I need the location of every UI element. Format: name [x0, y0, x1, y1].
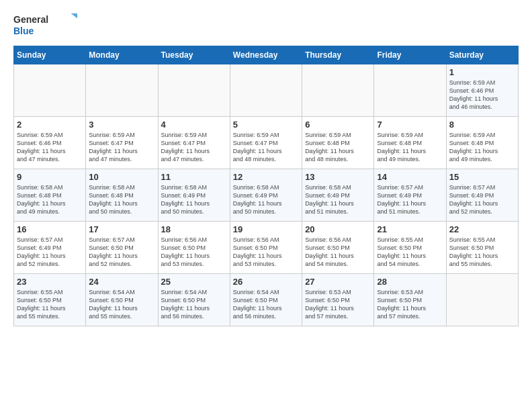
day-header-thursday: Thursday [302, 46, 374, 64]
day-number: 12 [233, 172, 299, 182]
day-cell: 8Sunrise: 6:59 AM Sunset: 6:48 PM Daylig… [446, 117, 518, 169]
day-number: 11 [161, 172, 227, 182]
day-info: Sunrise: 6:53 AM Sunset: 6:50 PM Dayligh… [305, 288, 371, 321]
day-info: Sunrise: 6:56 AM Sunset: 6:50 PM Dayligh… [305, 236, 371, 269]
day-cell: 3Sunrise: 6:59 AM Sunset: 6:47 PM Daylig… [86, 117, 158, 169]
day-info: Sunrise: 6:59 AM Sunset: 6:46 PM Dayligh… [449, 79, 515, 111]
day-info: Sunrise: 6:57 AM Sunset: 6:49 PM Dayligh… [17, 236, 83, 269]
day-header-sunday: Sunday [14, 46, 86, 64]
day-info: Sunrise: 6:56 AM Sunset: 6:50 PM Dayligh… [161, 236, 227, 269]
day-cell: 28Sunrise: 6:53 AM Sunset: 6:50 PM Dayli… [374, 274, 446, 326]
day-cell: 21Sunrise: 6:55 AM Sunset: 6:50 PM Dayli… [374, 222, 446, 274]
day-cell: 27Sunrise: 6:53 AM Sunset: 6:50 PM Dayli… [302, 274, 374, 326]
day-number: 14 [377, 172, 443, 182]
day-cell: 26Sunrise: 6:54 AM Sunset: 6:50 PM Dayli… [230, 274, 302, 326]
logo-svg: General Blue [13, 11, 81, 39]
day-info: Sunrise: 6:59 AM Sunset: 6:47 PM Dayligh… [233, 131, 299, 164]
day-info: Sunrise: 6:58 AM Sunset: 6:49 PM Dayligh… [233, 183, 299, 216]
week-row-0: 1Sunrise: 6:59 AM Sunset: 6:46 PM Daylig… [14, 64, 519, 117]
week-row-2: 9Sunrise: 6:58 AM Sunset: 6:48 PM Daylig… [14, 169, 519, 222]
day-number: 15 [449, 172, 515, 182]
day-number: 6 [305, 120, 371, 130]
day-info: Sunrise: 6:57 AM Sunset: 6:49 PM Dayligh… [377, 183, 443, 216]
day-cell [374, 64, 446, 117]
day-header-wednesday: Wednesday [230, 46, 302, 64]
day-cell: 5Sunrise: 6:59 AM Sunset: 6:47 PM Daylig… [230, 117, 302, 169]
day-number: 21 [377, 224, 443, 234]
day-cell: 24Sunrise: 6:54 AM Sunset: 6:50 PM Dayli… [86, 274, 158, 326]
day-number: 4 [161, 120, 227, 130]
day-info: Sunrise: 6:58 AM Sunset: 6:49 PM Dayligh… [305, 183, 371, 216]
week-row-3: 16Sunrise: 6:57 AM Sunset: 6:49 PM Dayli… [14, 222, 519, 274]
day-cell: 17Sunrise: 6:57 AM Sunset: 6:50 PM Dayli… [86, 222, 158, 274]
day-info: Sunrise: 6:59 AM Sunset: 6:47 PM Dayligh… [161, 131, 227, 164]
day-number: 17 [89, 224, 154, 234]
day-cell: 20Sunrise: 6:56 AM Sunset: 6:50 PM Dayli… [302, 222, 374, 274]
day-info: Sunrise: 6:59 AM Sunset: 6:48 PM Dayligh… [449, 131, 515, 164]
day-cell: 2Sunrise: 6:59 AM Sunset: 6:46 PM Daylig… [14, 117, 86, 169]
logo: General Blue [13, 11, 81, 39]
day-info: Sunrise: 6:55 AM Sunset: 6:50 PM Dayligh… [377, 236, 443, 269]
day-number: 18 [161, 224, 227, 234]
day-cell: 15Sunrise: 6:57 AM Sunset: 6:49 PM Dayli… [446, 169, 518, 222]
day-number: 1 [449, 67, 515, 77]
day-info: Sunrise: 6:58 AM Sunset: 6:49 PM Dayligh… [161, 183, 227, 216]
day-cell: 12Sunrise: 6:58 AM Sunset: 6:49 PM Dayli… [230, 169, 302, 222]
day-info: Sunrise: 6:57 AM Sunset: 6:50 PM Dayligh… [89, 236, 154, 269]
day-header-friday: Friday [374, 46, 446, 64]
day-cell: 9Sunrise: 6:58 AM Sunset: 6:48 PM Daylig… [14, 169, 86, 222]
day-cell: 18Sunrise: 6:56 AM Sunset: 6:50 PM Dayli… [158, 222, 230, 274]
day-cell [14, 64, 86, 117]
week-row-1: 2Sunrise: 6:59 AM Sunset: 6:46 PM Daylig… [14, 117, 519, 169]
day-cell [86, 64, 158, 117]
day-number: 9 [17, 172, 83, 182]
day-info: Sunrise: 6:59 AM Sunset: 6:48 PM Dayligh… [305, 131, 371, 164]
day-cell: 16Sunrise: 6:57 AM Sunset: 6:49 PM Dayli… [14, 222, 86, 274]
header: General Blue [13, 11, 519, 39]
day-number: 23 [17, 277, 83, 287]
day-number: 19 [233, 224, 299, 234]
day-info: Sunrise: 6:59 AM Sunset: 6:48 PM Dayligh… [377, 131, 443, 164]
day-info: Sunrise: 6:59 AM Sunset: 6:46 PM Dayligh… [17, 131, 83, 164]
day-number: 10 [89, 172, 154, 182]
day-number: 27 [305, 277, 371, 287]
day-info: Sunrise: 6:54 AM Sunset: 6:50 PM Dayligh… [233, 288, 299, 321]
day-cell: 6Sunrise: 6:59 AM Sunset: 6:48 PM Daylig… [302, 117, 374, 169]
day-cell [158, 64, 230, 117]
day-header-tuesday: Tuesday [158, 46, 230, 64]
day-number: 22 [449, 224, 515, 234]
day-number: 26 [233, 277, 299, 287]
day-info: Sunrise: 6:59 AM Sunset: 6:47 PM Dayligh… [89, 131, 154, 164]
day-number: 20 [305, 224, 371, 234]
day-number: 24 [89, 277, 154, 287]
day-number: 16 [17, 224, 83, 234]
day-info: Sunrise: 6:58 AM Sunset: 6:48 PM Dayligh… [17, 183, 83, 216]
day-cell: 23Sunrise: 6:55 AM Sunset: 6:50 PM Dayli… [14, 274, 86, 326]
day-cell: 22Sunrise: 6:55 AM Sunset: 6:50 PM Dayli… [446, 222, 518, 274]
day-number: 2 [17, 120, 83, 130]
day-info: Sunrise: 6:58 AM Sunset: 6:48 PM Dayligh… [89, 183, 154, 216]
day-info: Sunrise: 6:55 AM Sunset: 6:50 PM Dayligh… [17, 288, 83, 321]
day-header-saturday: Saturday [446, 46, 518, 64]
day-number: 13 [305, 172, 371, 182]
svg-text:Blue: Blue [13, 26, 34, 36]
day-number: 25 [161, 277, 227, 287]
day-cell: 4Sunrise: 6:59 AM Sunset: 6:47 PM Daylig… [158, 117, 230, 169]
day-number: 28 [377, 277, 443, 287]
day-cell [302, 64, 374, 117]
week-row-4: 23Sunrise: 6:55 AM Sunset: 6:50 PM Dayli… [14, 274, 519, 326]
day-info: Sunrise: 6:55 AM Sunset: 6:50 PM Dayligh… [449, 236, 515, 269]
day-info: Sunrise: 6:54 AM Sunset: 6:50 PM Dayligh… [161, 288, 227, 321]
day-info: Sunrise: 6:56 AM Sunset: 6:50 PM Dayligh… [233, 236, 299, 269]
day-number: 7 [377, 120, 443, 130]
day-cell: 1Sunrise: 6:59 AM Sunset: 6:46 PM Daylig… [446, 64, 518, 117]
day-info: Sunrise: 6:54 AM Sunset: 6:50 PM Dayligh… [89, 288, 154, 321]
calendar-container: General Blue SundayMondayTuesdayWednesda… [0, 0, 532, 333]
day-cell [446, 274, 518, 326]
day-cell: 7Sunrise: 6:59 AM Sunset: 6:48 PM Daylig… [374, 117, 446, 169]
day-number: 5 [233, 120, 299, 130]
day-header-monday: Monday [86, 46, 158, 64]
day-cell: 10Sunrise: 6:58 AM Sunset: 6:48 PM Dayli… [86, 169, 158, 222]
svg-text:General: General [13, 14, 48, 25]
day-cell: 19Sunrise: 6:56 AM Sunset: 6:50 PM Dayli… [230, 222, 302, 274]
